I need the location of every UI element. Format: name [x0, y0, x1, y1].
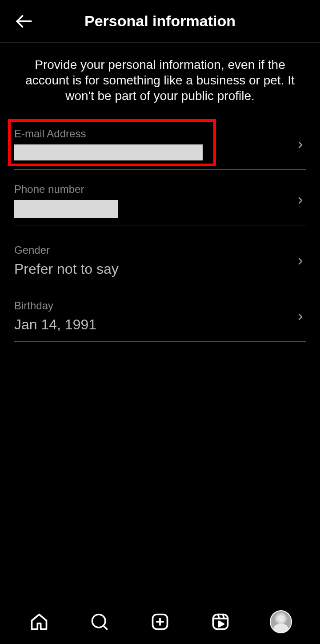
phone-label: Phone number — [14, 183, 290, 196]
email-label: E-mail Address — [14, 128, 290, 140]
chevron-right-icon — [295, 256, 306, 267]
email-row[interactable]: E-mail Address — [14, 118, 306, 170]
gender-label: Gender — [14, 244, 290, 256]
create-icon[interactable] — [149, 611, 171, 633]
gender-row[interactable]: Gender Prefer not to say — [14, 225, 306, 286]
gender-value: Prefer not to say — [14, 261, 290, 279]
header: Personal information — [0, 0, 320, 43]
svg-marker-10 — [219, 621, 224, 627]
redacted-phone — [14, 200, 118, 218]
home-icon[interactable] — [28, 611, 50, 633]
phone-row[interactable]: Phone number — [14, 170, 306, 225]
chevron-right-icon — [295, 140, 306, 150]
form-section: E-mail Address Phone number Gender P — [0, 118, 320, 342]
reels-icon[interactable] — [209, 611, 232, 633]
svg-line-2 — [104, 626, 107, 629]
birthday-value: Jan 14, 1991 — [14, 316, 290, 334]
birthday-row[interactable]: Birthday Jan 14, 1991 — [14, 286, 306, 342]
avatar — [270, 610, 292, 633]
chevron-right-icon — [295, 312, 306, 322]
page-description: Provide your personal information, even … — [0, 43, 320, 118]
birthday-label: Birthday — [14, 300, 290, 312]
page-title: Personal information — [36, 12, 284, 30]
back-arrow-icon[interactable] — [12, 10, 36, 33]
search-icon[interactable] — [88, 611, 111, 633]
bottom-nav — [0, 600, 320, 644]
redacted-email — [14, 144, 203, 160]
phone-value — [14, 200, 290, 218]
profile-icon[interactable] — [270, 611, 292, 633]
email-value — [14, 144, 290, 162]
chevron-right-icon — [295, 195, 306, 206]
